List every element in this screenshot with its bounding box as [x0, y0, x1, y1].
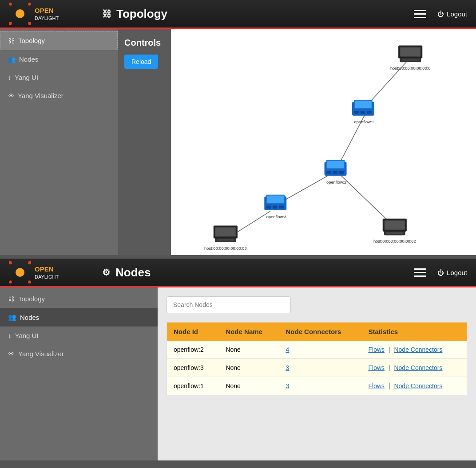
svg-point-9 — [16, 10, 24, 18]
svg-point-45 — [27, 261, 31, 265]
svg-rect-37 — [385, 234, 404, 235]
logo-area: OPEN DAYLIGHT — [9, 3, 93, 25]
logo-text: OPEN DAYLIGHT — [35, 6, 59, 21]
node-host3: host:00:00:00:00:00:03 — [204, 225, 247, 250]
logo-daylight: DAYLIGHT — [35, 15, 59, 21]
header-1: OPEN DAYLIGHT ⛓ Topology ⏻ Logout — [0, 0, 476, 29]
svg-point-52 — [16, 268, 24, 276]
svg-rect-23 — [327, 161, 344, 169]
table-row: openflow:1 None 3 Flows | Node Connector… — [167, 377, 467, 395]
col-node-name: Node Name — [219, 322, 279, 341]
yangui-icon-2: ↕ — [8, 332, 12, 339]
node-id-of1: openflow:1 — [167, 377, 219, 395]
header-title-text-1: Topology — [116, 7, 167, 21]
logout-button-2[interactable]: ⏻ Logout — [437, 269, 467, 276]
sidebar-nodes-label-2: Nodes — [20, 314, 39, 321]
col-statistics: Statistics — [361, 322, 467, 341]
svg-rect-32 — [279, 206, 284, 208]
node-of1: openflow:1 — [352, 100, 374, 124]
stats-of2: Flows | Node Connectors — [361, 341, 467, 359]
sidebar-item-yangvis-1[interactable]: 👁 Yang Visualizer — [0, 87, 118, 105]
svg-rect-30 — [266, 206, 270, 208]
topology-header-icon: ⛓ — [102, 9, 111, 19]
topology-panel: OPEN DAYLIGHT ⛓ Topology ⏻ Logout ⛓ — [0, 0, 476, 255]
sidebar-item-topology-1[interactable]: ⛓ Topology — [0, 31, 118, 50]
sidebar-item-nodes-1[interactable]: 👥 Nodes — [0, 50, 118, 68]
node-name-of1: None — [219, 377, 279, 395]
hamburger-line-5 — [414, 272, 426, 273]
host1-label: host:00:00:00:00:00:0 — [390, 66, 431, 71]
logo-icon-2 — [9, 261, 31, 283]
topology-icon-1: ⛓ — [8, 37, 15, 44]
sidebar-1: ⛓ Topology 👥 Nodes ↕ Yang UI 👁 Yang Visu… — [0, 29, 118, 255]
nodes-header-icon: ⚙ — [102, 267, 110, 278]
node-id-of3: openflow:3 — [167, 359, 219, 377]
header-title-text-2: Nodes — [115, 266, 151, 279]
logout-label-1: Logout — [447, 10, 467, 18]
node-connectors-link-of1[interactable]: Node Connectors — [394, 382, 442, 389]
svg-rect-24 — [326, 171, 331, 174]
topology-edges — [226, 56, 411, 239]
svg-point-6 — [9, 21, 13, 25]
power-icon-1: ⏻ — [437, 10, 444, 18]
node-host1: host:00:00:00:00:00:0 — [390, 45, 431, 70]
yangvis-icon-1: 👁 — [8, 92, 14, 99]
host2-label: host:00:00:00:00:00:02 — [373, 239, 416, 244]
svg-rect-13 — [402, 59, 418, 61]
sidebar-topology-label-1: Topology — [18, 37, 45, 44]
topology-icon-2: ⛓ — [8, 295, 15, 303]
reload-button[interactable]: Reload — [124, 55, 158, 69]
hamburger-line-3 — [414, 17, 426, 18]
menu-button-2[interactable] — [412, 266, 428, 279]
node-connectors-link-of2[interactable]: Node Connectors — [394, 346, 442, 353]
node-connectors-link-of3[interactable]: Node Connectors — [394, 364, 442, 371]
of1-label: openflow:1 — [354, 120, 374, 124]
main-content: Node Id Node Name Node Connectors Statis… — [158, 287, 476, 460]
sidebar-item-topology-2[interactable]: ⛓ Topology — [0, 290, 158, 308]
connectors-of2[interactable]: 4 — [279, 341, 361, 359]
connectors-of1[interactable]: 3 — [279, 377, 361, 395]
node-id-of2: openflow:2 — [167, 341, 219, 359]
host3-label: host:00:00:00:00:00:03 — [204, 246, 247, 251]
svg-point-2 — [27, 3, 31, 7]
header-2: OPEN DAYLIGHT ⚙ Nodes ⏻ Logout — [0, 259, 476, 287]
stats-of3: Flows | Node Connectors — [361, 359, 467, 377]
topology-canvas: host:00:00:00:00:00:0 openflow:1 — [171, 29, 476, 255]
svg-point-4 — [27, 21, 31, 25]
pipe-of1: | — [389, 382, 390, 389]
nodes-table: Node Id Node Name Node Connectors Statis… — [167, 322, 467, 395]
menu-button-1[interactable] — [412, 8, 428, 20]
flows-link-of1[interactable]: Flows — [368, 382, 385, 389]
of3-label: openflow:3 — [266, 215, 286, 219]
node-name-of3: None — [219, 359, 279, 377]
svg-rect-17 — [355, 101, 371, 108]
flows-link-of2[interactable]: Flows — [368, 346, 385, 353]
connectors-of3[interactable]: 3 — [279, 359, 361, 377]
svg-rect-18 — [354, 111, 358, 114]
sidebar-item-yangui-1[interactable]: ↕ Yang UI — [0, 68, 118, 87]
flows-link-of3[interactable]: Flows — [368, 364, 385, 371]
search-input[interactable] — [167, 296, 291, 313]
svg-rect-25 — [333, 171, 337, 174]
header-title-1: ⛓ Topology — [93, 7, 412, 21]
svg-point-49 — [9, 279, 13, 283]
power-icon-2: ⏻ — [437, 269, 444, 276]
yangui-icon-1: ↕ — [8, 74, 11, 81]
sidebar-item-yangvis-2[interactable]: 👁 Yang Visualizer — [0, 345, 158, 363]
sidebar-yangvis-label-2: Yang Visualizer — [18, 350, 64, 358]
table-body: openflow:2 None 4 Flows | Node Connector… — [167, 341, 467, 395]
sidebar-topology-label-2: Topology — [18, 295, 45, 303]
sidebar-yangui-label-2: Yang UI — [15, 332, 39, 339]
sidebar-item-nodes-2[interactable]: 👥 Nodes — [0, 308, 158, 326]
nodes-icon-2: 👥 — [8, 313, 16, 321]
table-row: openflow:2 None 4 Flows | Node Connector… — [167, 341, 467, 359]
edge-host1-of1 — [365, 56, 411, 107]
controls-panel: Controls Reload — [118, 29, 171, 255]
sidebar-item-yangui-2[interactable]: ↕ Yang UI — [0, 326, 158, 345]
col-node-connectors: Node Connectors — [279, 322, 361, 341]
svg-rect-20 — [367, 111, 371, 114]
nodes-panel: OPEN DAYLIGHT ⚙ Nodes ⏻ Logout ⛓ T — [0, 259, 476, 460]
logout-button-1[interactable]: ⏻ Logout — [437, 10, 467, 18]
table-row: openflow:3 None 3 Flows | Node Connector… — [167, 359, 467, 377]
svg-point-51 — [9, 261, 13, 265]
